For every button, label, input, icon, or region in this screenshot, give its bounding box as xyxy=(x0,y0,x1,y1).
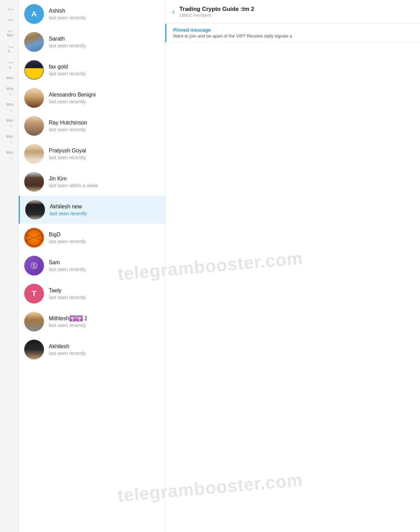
avatar-sarath xyxy=(24,32,44,52)
strip-item-10: Mon/... xyxy=(0,131,16,147)
contact-jinkim[interactable]: Jin Kim last seen within a week xyxy=(19,168,165,196)
avatar-jinkim xyxy=(24,172,44,192)
contact-status-sarath: last seen recently xyxy=(49,43,160,48)
contact-info-akhilesh: Akhilesh last seen recently xyxy=(49,343,160,356)
contact-taely[interactable]: T Taely last seen recently xyxy=(19,280,165,308)
contact-name-alessandro: Alessandro Benigni xyxy=(49,92,160,98)
contact-akhilesh-new[interactable]: Akhilesh new last seen recently xyxy=(19,196,165,224)
avatar-pratyush xyxy=(24,144,44,164)
avatar-ray xyxy=(24,116,44,136)
contact-info-bigd: BigD last seen recently xyxy=(49,232,160,244)
contact-status-mithlesh: last seen recently xyxy=(49,323,160,328)
contact-info-sam: Sam last seen recently xyxy=(49,260,160,272)
contact-pratyush[interactable]: Pratyush Goyal last seen recently xyxy=(19,140,165,168)
contact-ray[interactable]: Ray Hutchinson last seen recently xyxy=(19,112,165,140)
contact-name-mithlesh: Mithlesh🕎🕎 2 xyxy=(49,315,160,322)
strip-item-8: Mon/... xyxy=(0,99,16,115)
contact-status-akhilesh: last seen recently xyxy=(49,351,160,356)
contact-status-sam: last seen recently xyxy=(49,267,160,272)
avatar-akhilesh xyxy=(24,340,44,359)
pinned-label: Pinned message xyxy=(173,27,413,33)
avatar-ashish: A xyxy=(24,4,44,24)
avatar-alessandro xyxy=(24,88,44,108)
contact-name-faxgold: fax gold xyxy=(49,64,160,70)
app-container: ب.ذ ب.ذ ن...Mon ب.ذ0 ... ب.ذa... Mon Mon… xyxy=(0,0,420,532)
contact-status-faxgold: last seen recently xyxy=(49,71,160,76)
contact-status-pratyush: last seen recently xyxy=(49,155,160,160)
back-button[interactable]: ‹ xyxy=(172,8,175,16)
avatar-taely: T xyxy=(24,284,44,304)
contact-info-jinkim: Jin Kim last seen within a week xyxy=(49,176,160,188)
contact-status-bigd: last seen recently xyxy=(49,239,160,244)
contact-name-sarath: Sarath xyxy=(49,36,160,42)
strip-item-11: Mon/... xyxy=(0,147,16,163)
contact-name-akhilesh-new: Akhilesh new xyxy=(50,204,160,210)
contact-mithlesh[interactable]: Mithlesh🕎🕎 2 last seen recently xyxy=(19,308,165,336)
contact-status-akhilesh-new: last seen recently xyxy=(50,211,160,216)
contact-name-taely: Taely xyxy=(49,287,160,294)
contact-alessandro[interactable]: Alessandro Benigni last seen recently xyxy=(19,84,165,112)
contact-ashish[interactable]: A Ashish last seen recently xyxy=(19,0,165,28)
strip-item-1: ب.ذ xyxy=(0,3,16,14)
contact-info-faxgold: fax gold last seen recently xyxy=(49,64,160,76)
strip-item-4: ب.ذ0 ... xyxy=(0,41,16,57)
contact-sarath[interactable]: Sarath last seen recently xyxy=(19,28,165,56)
avatar-sam: Ⓢ xyxy=(24,256,44,276)
strip-item-5: ب.ذa... xyxy=(0,57,16,73)
chat-header: ‹ Trading Crypto Guide :tm 2 18802 membe… xyxy=(165,0,420,24)
pinned-message-bar[interactable]: Pinned message Want to join and be apart… xyxy=(165,24,420,42)
pinned-text: Want to join and be apart of the VIP? Re… xyxy=(173,33,413,39)
contact-status-ashish: last seen recently xyxy=(49,15,160,20)
contact-info-sarath: Sarath last seen recently xyxy=(49,36,160,48)
contact-name-akhilesh: Akhilesh xyxy=(49,343,160,350)
contact-status-ray: last seen recently xyxy=(49,127,160,132)
contact-info-mithlesh: Mithlesh🕎🕎 2 last seen recently xyxy=(49,315,160,328)
right-panel: ‹ Trading Crypto Guide :tm 2 18802 membe… xyxy=(165,0,420,532)
contact-info-taely: Taely last seen recently xyxy=(49,287,160,300)
contact-status-alessandro: last seen recently xyxy=(49,99,160,104)
contact-name-sam: Sam xyxy=(49,260,160,266)
strip-item-6: Mon xyxy=(0,73,16,83)
left-strip: ب.ذ ب.ذ ن...Mon ب.ذ0 ... ب.ذa... Mon Mon… xyxy=(0,0,19,532)
contact-name-pratyush: Pratyush Goyal xyxy=(49,148,160,154)
contact-faxgold[interactable]: fax gold last seen recently xyxy=(19,56,165,84)
contact-info-ashish: Ashish last seen recently xyxy=(49,8,160,20)
contact-status-jinkim: last seen within a week xyxy=(49,183,160,188)
contact-info-pratyush: Pratyush Goyal last seen recently xyxy=(49,148,160,160)
contact-info-alessandro: Alessandro Benigni last seen recently xyxy=(49,92,160,104)
contact-name-ashish: Ashish xyxy=(49,8,160,14)
chat-title: Trading Crypto Guide :tm 2 xyxy=(179,6,413,13)
contact-name-bigd: BigD xyxy=(49,232,160,238)
avatar-bigd xyxy=(24,228,44,248)
avatar-faxgold xyxy=(24,60,44,80)
strip-item-7: Mon/... xyxy=(0,84,16,100)
contact-akhilesh[interactable]: Akhilesh last seen recently xyxy=(19,336,165,364)
strip-item-3: ن...Mon xyxy=(0,25,16,41)
contact-status-taely: last seen recently xyxy=(49,295,160,300)
contact-sam[interactable]: Ⓢ Sam last seen recently xyxy=(19,252,165,280)
contact-list: A Ashish last seen recently Sarath last … xyxy=(19,0,165,532)
contact-name-ray: Ray Hutchinson xyxy=(49,120,160,126)
strip-item-2: ب.ذ xyxy=(0,14,16,25)
avatar-mithlesh xyxy=(24,312,44,331)
contact-info-ray: Ray Hutchinson last seen recently xyxy=(49,120,160,132)
contact-bigd[interactable]: BigD last seen recently xyxy=(19,224,165,252)
chat-subtitle: 18802 members xyxy=(179,13,413,18)
chat-title-block: Trading Crypto Guide :tm 2 18802 members xyxy=(179,6,413,18)
contact-info-akhilesh-new: Akhilesh new last seen recently xyxy=(50,204,160,216)
strip-item-9: Mon/... xyxy=(0,115,16,131)
avatar-akhilesh-new xyxy=(25,200,45,220)
contact-name-jinkim: Jin Kim xyxy=(49,176,160,182)
